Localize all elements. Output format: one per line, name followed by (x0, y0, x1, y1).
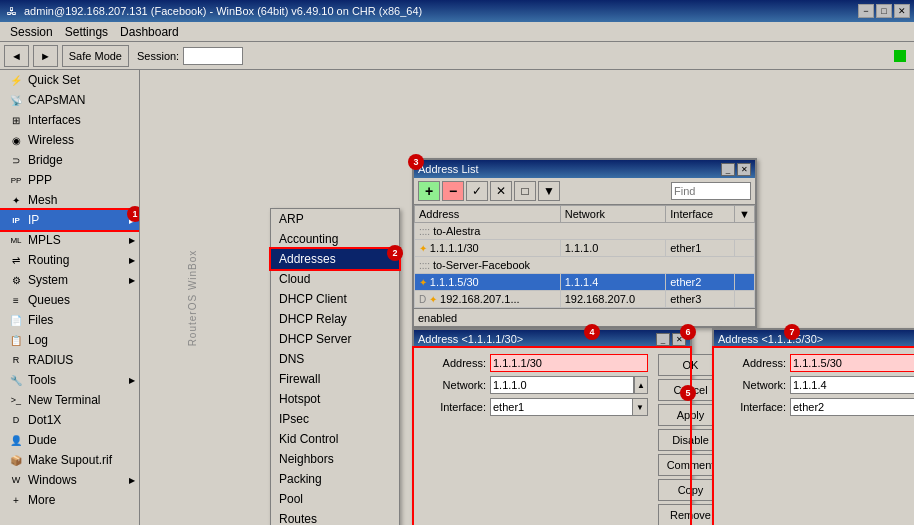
sidebar-item-more[interactable]: + More (0, 490, 139, 510)
sidebar-item-bridge[interactable]: ⊃ Bridge (0, 150, 139, 170)
sidebar-item-mpls[interactable]: ML MPLS ▶ (0, 230, 139, 250)
minimize-button[interactable]: − (858, 4, 874, 18)
address-list-close[interactable]: ✕ (737, 163, 751, 176)
sidebar-item-capsman[interactable]: 📡 CAPsMAN (0, 90, 139, 110)
dialog1-minimize[interactable]: _ (656, 333, 670, 346)
context-menu-dhcp-client[interactable]: DHCP Client (271, 289, 399, 309)
context-menu-firewall[interactable]: Firewall (271, 369, 399, 389)
network-scroll-up[interactable]: ▲ (634, 376, 648, 394)
windows-icon: W (8, 472, 24, 488)
context-menu-pool[interactable]: Pool (271, 489, 399, 509)
close-button[interactable]: ✕ (894, 4, 910, 18)
sidebar: ⚡ Quick Set 📡 CAPsMAN ⊞ Interfaces ◉ Wir… (0, 70, 140, 525)
add-address-button[interactable]: + (418, 181, 440, 201)
dialog2-interface-wrapper: ether2 ▼ (790, 398, 914, 416)
system-arrow: ▶ (129, 276, 135, 285)
disable-address-button[interactable]: ✕ (490, 181, 512, 201)
session-input[interactable] (183, 47, 243, 65)
dialog2-interface-field: Interface: ether2 ▼ (720, 398, 914, 416)
sidebar-item-new-terminal[interactable]: >_ New Terminal (0, 390, 139, 410)
table-row[interactable]: :::: to-Alestra (415, 223, 755, 240)
address-list-minimize[interactable]: _ (721, 163, 735, 176)
ip-icon: IP (8, 212, 24, 228)
sidebar-item-tools[interactable]: 🔧 Tools ▶ (0, 370, 139, 390)
sidebar-item-interfaces[interactable]: ⊞ Interfaces (0, 110, 139, 130)
context-menu-kid-control[interactable]: Kid Control (271, 429, 399, 449)
context-menu-accounting[interactable]: Accounting (271, 229, 399, 249)
sidebar-item-windows[interactable]: W Windows ▶ (0, 470, 139, 490)
menu-settings[interactable]: Settings (59, 23, 114, 41)
address-list-toolbar: + − ✓ ✕ □ ▼ (414, 178, 755, 205)
context-menu-routes[interactable]: Routes (271, 509, 399, 525)
dialog1-interface-arrow[interactable]: ▼ (632, 398, 648, 416)
sidebar-item-wireless[interactable]: ◉ Wireless (0, 130, 139, 150)
table-row-selected[interactable]: ✦ 1.1.1.5/30 1.1.1.4 ether2 (415, 274, 755, 291)
sidebar-item-mesh[interactable]: ✦ Mesh (0, 190, 139, 210)
dialog2-network-input[interactable] (790, 376, 914, 394)
safe-mode-button[interactable]: Safe Mode (62, 45, 129, 67)
ppp-icon: PP (8, 172, 24, 188)
back-button[interactable]: ◄ (4, 45, 29, 67)
address-list-title-bar: Address List _ ✕ (414, 160, 755, 178)
app-icon: 🖧 (4, 3, 20, 19)
context-menu-arp[interactable]: ARP (271, 209, 399, 229)
sidebar-item-queues[interactable]: ≡ Queues (0, 290, 139, 310)
badge-3: 3 (408, 154, 424, 170)
table-row[interactable]: :::: to-Server-Facebook (415, 257, 755, 274)
routing-arrow: ▶ (129, 256, 135, 265)
menu-dashboard[interactable]: Dashboard (114, 23, 185, 41)
remove-address-button[interactable]: − (442, 181, 464, 201)
menu-session[interactable]: Session (4, 23, 59, 41)
forward-button[interactable]: ► (33, 45, 58, 67)
log-icon: 📋 (8, 332, 24, 348)
files-icon: 📄 (8, 312, 24, 328)
dialog2-fields: Address: Network: ▲ Interface: ether2 (714, 348, 914, 525)
context-menu-dhcp-server[interactable]: DHCP Server (271, 329, 399, 349)
dialog1-title-bar: Address <1.1.1.1/30> _ ✕ (414, 330, 690, 348)
col-filter-icon[interactable]: ▼ (735, 206, 755, 223)
col-address[interactable]: Address (415, 206, 561, 223)
col-interface[interactable]: Interface (666, 206, 735, 223)
connection-indicator (894, 50, 906, 62)
dialog2-interface-select[interactable]: ether2 (790, 398, 914, 416)
dialog1-network-input[interactable] (490, 376, 634, 394)
sidebar-item-radius[interactable]: R RADIUS (0, 350, 139, 370)
table-row[interactable]: D ✦ 192.168.207.1... 192.168.207.0 ether… (415, 291, 755, 308)
context-menu-cloud[interactable]: Cloud (271, 269, 399, 289)
context-menu-hotspot[interactable]: Hotspot (271, 389, 399, 409)
address-table: Address Network Interface ▼ :::: to-Ales… (414, 205, 755, 308)
sidebar-item-make-supout[interactable]: 📦 Make Supout.rif (0, 450, 139, 470)
windows-arrow: ▶ (129, 476, 135, 485)
sidebar-item-files[interactable]: 📄 Files (0, 310, 139, 330)
enable-address-button[interactable]: ✓ (466, 181, 488, 201)
context-menu-dhcp-relay[interactable]: DHCP Relay (271, 309, 399, 329)
dialog1-interface-wrapper: ether1 ▼ (490, 398, 648, 416)
sidebar-item-quick-set[interactable]: ⚡ Quick Set (0, 70, 139, 90)
settings-button[interactable]: □ (514, 181, 536, 201)
system-icon: ⚙ (8, 272, 24, 288)
sidebar-item-dot1x[interactable]: D Dot1X (0, 410, 139, 430)
dialog1-interface-field: Interface: ether1 ▼ (420, 398, 648, 416)
sidebar-item-ip[interactable]: IP IP ▶ 1 (0, 210, 139, 230)
sidebar-item-log[interactable]: 📋 Log (0, 330, 139, 350)
col-network[interactable]: Network (560, 206, 666, 223)
context-menu-dns[interactable]: DNS (271, 349, 399, 369)
context-menu-ipsec[interactable]: IPsec (271, 409, 399, 429)
dialog2-address-input[interactable] (790, 354, 914, 372)
find-input[interactable] (671, 182, 751, 200)
maximize-button[interactable]: □ (876, 4, 892, 18)
context-menu-packing[interactable]: Packing (271, 469, 399, 489)
table-row[interactable]: ✦ 1.1.1.1/30 1.1.1.0 ether1 (415, 240, 755, 257)
quick-set-icon: ⚡ (8, 72, 24, 88)
dialog1-body: Address: Network: ▲ Interface: ether1 (414, 348, 690, 525)
context-menu-addresses[interactable]: Addresses 2 (271, 249, 399, 269)
badge-2: 2 (387, 245, 403, 261)
sidebar-item-routing[interactable]: ⇌ Routing ▶ (0, 250, 139, 270)
sidebar-item-dude[interactable]: 👤 Dude (0, 430, 139, 450)
sidebar-item-ppp[interactable]: PP PPP (0, 170, 139, 190)
dialog1-interface-select[interactable]: ether1 (490, 398, 648, 416)
dialog1-address-input[interactable] (490, 354, 648, 372)
context-menu-neighbors[interactable]: Neighbors (271, 449, 399, 469)
filter-button[interactable]: ▼ (538, 181, 560, 201)
sidebar-item-system[interactable]: ⚙ System ▶ (0, 270, 139, 290)
